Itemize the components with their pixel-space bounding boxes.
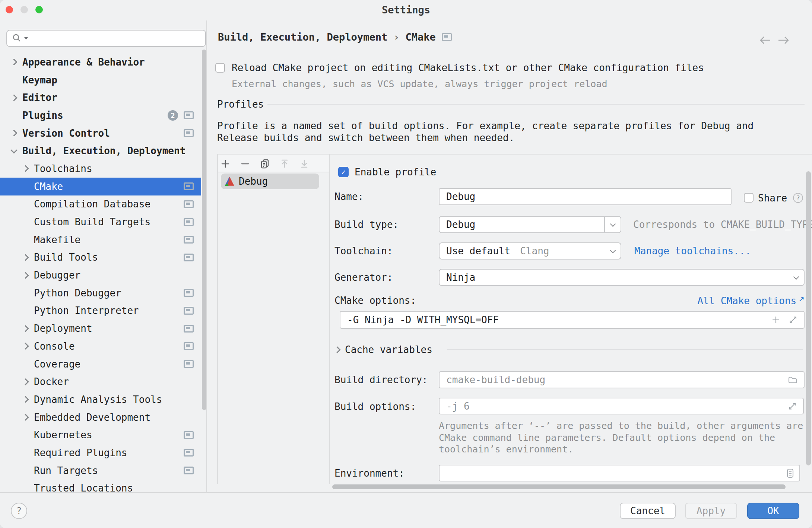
sidebar-item-dynamic-analysis-tools[interactable]: Dynamic Analysis Tools xyxy=(0,391,201,408)
share-label[interactable]: Share xyxy=(758,193,787,204)
sidebar-item-label: Dynamic Analysis Tools xyxy=(34,394,162,405)
environment-edit-icon[interactable] xyxy=(786,465,795,481)
sidebar-item-label: Python Interpreter xyxy=(34,305,139,316)
build-options-hint-line2: CMake command line parameters. Default o… xyxy=(439,432,803,444)
chevron-icon xyxy=(8,77,19,82)
profile-item-label: Debug xyxy=(239,176,268,187)
sidebar-item-build-tools[interactable]: Build Tools xyxy=(0,249,201,267)
enable-profile-label[interactable]: Enable profile xyxy=(355,167,436,177)
sidebar-item-deployment[interactable]: Deployment xyxy=(0,319,201,337)
sidebar-item-label: Console xyxy=(34,341,75,352)
screen-settings-icon xyxy=(184,325,194,333)
manage-toolchains-link[interactable]: Manage toolchains... xyxy=(634,245,751,257)
reload-cmake-label[interactable]: Reload CMake project on editing CMakeLis… xyxy=(232,62,704,73)
sidebar-item-toolchains[interactable]: Toolchains xyxy=(0,160,201,178)
chevron-down-icon xyxy=(605,243,621,259)
settings-sidebar: Appearance & Behavior Keymap Editor xyxy=(0,53,201,493)
screen-settings-icon xyxy=(184,289,194,297)
sidebar-item-console[interactable]: Console xyxy=(0,337,201,355)
sidebar-item-trusted-locations[interactable]: Trusted Locations xyxy=(0,480,201,493)
sidebar-item-makefile[interactable]: Makefile xyxy=(0,231,201,249)
screen-settings-icon xyxy=(184,467,194,474)
cache-variables-toggle[interactable]: Cache variables xyxy=(332,344,432,355)
cmake-options-value: -G Ninja -D WITH_MYSQL=OFF xyxy=(347,314,499,325)
back-button[interactable] xyxy=(757,35,773,47)
plugins-count-badge: 2 xyxy=(168,110,178,121)
sidebar-item-run-targets[interactable]: Run Targets xyxy=(0,462,201,480)
profile-toolbar-border xyxy=(218,172,329,172)
sidebar-item-label: Editor xyxy=(22,92,57,103)
chevron-icon xyxy=(20,220,31,225)
vertical-scrollbar[interactable] xyxy=(806,171,811,465)
sidebar-item-label: Custom Build Targets xyxy=(34,216,150,228)
breadcrumb-current: CMake xyxy=(405,31,435,43)
environment-input[interactable] xyxy=(439,465,800,481)
footer-divider xyxy=(0,492,812,493)
copy-profile-button[interactable] xyxy=(259,158,271,170)
all-cmake-options-link[interactable]: All CMake options ↗ xyxy=(697,295,805,306)
sidebar-scrollbar[interactable] xyxy=(202,50,206,410)
apply-button: Apply xyxy=(685,503,737,519)
enable-profile-checkbox[interactable] xyxy=(338,167,349,177)
chevron-icon xyxy=(20,326,31,331)
sidebar-item-embedded-development[interactable]: Embedded Development xyxy=(0,408,201,426)
sidebar-item-python-interpreter[interactable]: Python Interpreter xyxy=(0,302,201,320)
cancel-button[interactable]: Cancel xyxy=(620,503,676,519)
panel-divider xyxy=(329,154,330,484)
sidebar-item-plugins[interactable]: Plugins 2 xyxy=(0,106,201,124)
sidebar-item-cmake[interactable]: CMake xyxy=(0,178,201,195)
sidebar-item-kubernetes[interactable]: Kubernetes xyxy=(0,426,201,444)
build-type-select[interactable]: Debug xyxy=(439,216,621,233)
sidebar-item-appearance-behavior[interactable]: Appearance & Behavior xyxy=(0,53,201,71)
sidebar-item-coverage[interactable]: Coverage xyxy=(0,355,201,373)
build-type-label: Build type: xyxy=(334,219,399,230)
help-button[interactable]: ? xyxy=(11,503,27,519)
reload-cmake-checkbox[interactable] xyxy=(215,63,225,73)
name-input[interactable]: Debug xyxy=(439,188,732,205)
toolchain-select[interactable]: Use default Clang xyxy=(439,242,621,260)
sidebar-divider xyxy=(206,20,207,492)
sidebar-item-compilation-database[interactable]: Compilation Database xyxy=(0,195,201,213)
sidebar-item-label: Run Targets xyxy=(34,465,98,476)
screen-settings-icon xyxy=(184,449,194,457)
sidebar-item-editor[interactable]: Editor xyxy=(0,89,201,106)
build-directory-input[interactable]: cmake-build-debug xyxy=(439,371,805,388)
horizontal-scrollbar[interactable] xyxy=(332,484,786,489)
share-checkbox[interactable] xyxy=(744,193,754,203)
sidebar-item-required-plugins[interactable]: Required Plugins xyxy=(0,444,201,462)
toolchain-label: Toolchain: xyxy=(334,245,393,257)
sidebar-item-label: Kubernetes xyxy=(34,429,92,440)
sidebar-item-build-execution-deployment[interactable]: Build, Execution, Deployment xyxy=(0,142,201,160)
expand-editor-icon[interactable] xyxy=(788,312,798,328)
add-profile-button[interactable] xyxy=(219,158,231,170)
chevron-down-icon xyxy=(788,270,804,285)
build-options-input[interactable]: -j 6 xyxy=(439,398,804,414)
sidebar-item-python-debugger[interactable]: Python Debugger xyxy=(0,284,201,302)
add-option-icon[interactable] xyxy=(771,312,781,328)
cmake-options-input[interactable]: -G Ninja -D WITH_MYSQL=OFF xyxy=(340,311,805,329)
sidebar-item-keymap[interactable]: Keymap xyxy=(0,71,201,89)
sidebar-item-custom-build-targets[interactable]: Custom Build Targets xyxy=(0,213,201,231)
folder-icon[interactable] xyxy=(787,372,798,388)
search-input[interactable] xyxy=(6,30,206,47)
sidebar-item-label: Compilation Database xyxy=(34,198,150,210)
forward-button[interactable] xyxy=(776,35,792,47)
chevron-icon xyxy=(8,113,19,118)
expand-editor-icon[interactable] xyxy=(787,398,797,414)
ok-button[interactable]: OK xyxy=(747,503,799,519)
sidebar-item-version-control[interactable]: Version Control xyxy=(0,124,201,142)
breadcrumb-path[interactable]: Build, Execution, Deployment xyxy=(218,31,387,43)
screen-settings-icon xyxy=(184,307,194,315)
sidebar-item-debugger[interactable]: Debugger xyxy=(0,266,201,284)
search-options-caret-icon[interactable] xyxy=(24,37,28,39)
profile-list-item-debug[interactable]: Debug xyxy=(221,174,319,189)
share-help-icon[interactable]: ? xyxy=(793,193,803,203)
remove-profile-button[interactable] xyxy=(239,158,251,170)
chevron-icon xyxy=(8,131,19,136)
generator-select[interactable]: Ninja xyxy=(439,269,805,286)
sidebar-item-docker[interactable]: Docker xyxy=(0,373,201,391)
all-cmake-options-label: All CMake options xyxy=(697,295,796,306)
build-directory-placeholder: cmake-build-debug xyxy=(446,374,545,385)
profile-list-toolbar xyxy=(219,158,310,170)
name-label: Name: xyxy=(334,191,364,202)
